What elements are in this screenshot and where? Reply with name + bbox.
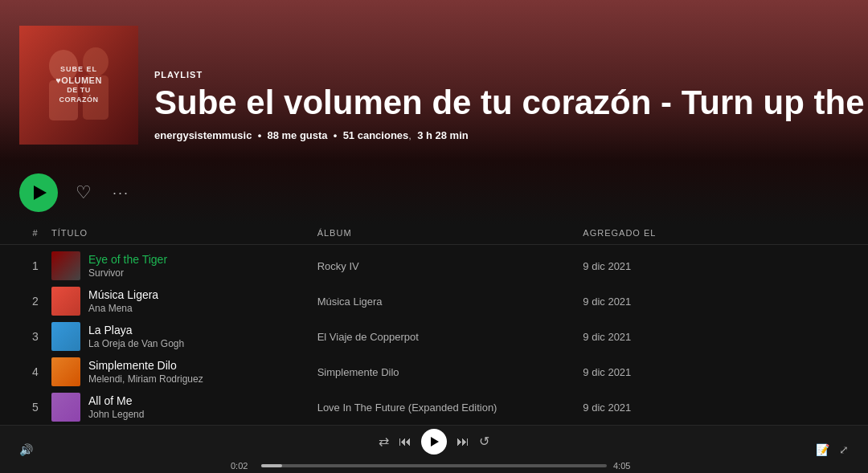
track-title: La Playa <box>88 324 184 336</box>
track-title-area: Eye of the Tiger Survivor <box>51 251 317 280</box>
track-info: Simplemente Dilo Melendi, Miriam Rodrigu… <box>88 359 203 385</box>
track-thumbnail <box>51 357 80 386</box>
track-artist: La Oreja de Van Gogh <box>88 338 184 349</box>
track-album: Simplemente Dilo <box>317 366 583 378</box>
track-date: 9 dic 2021 <box>583 260 849 272</box>
track-info: Música Ligera Ana Mena <box>88 288 158 314</box>
col-title-header: TÍTULO <box>51 228 317 238</box>
track-row[interactable]: 5 All of Me John Legend Love In The Futu… <box>0 389 868 425</box>
track-title-area: Simplemente Dilo Melendi, Miriam Rodrigu… <box>51 357 317 386</box>
play-button[interactable] <box>19 173 58 212</box>
playlist-songs: 51 canciones <box>343 129 409 141</box>
track-number: 3 <box>19 330 51 343</box>
tracklist-header: # TÍTULO ÁLBUM AGREGADO EL <box>0 225 868 245</box>
fullscreen-icon: ⤢ <box>839 443 849 456</box>
playlist-cover: SUBE EL ♥OLUMEN DE TU CORAZÓN <box>19 26 138 145</box>
lyrics-icon: 📝 <box>816 443 829 456</box>
lyrics-button[interactable]: 📝 <box>816 443 829 456</box>
track-info: Eye of the Tiger Survivor <box>88 253 167 279</box>
track-date: 9 dic 2021 <box>583 296 849 308</box>
shuffle-icon: ⇄ <box>379 434 389 449</box>
repeat-button[interactable]: ↺ <box>479 434 489 449</box>
next-button[interactable]: ⏭ <box>457 434 469 449</box>
track-title: Eye of the Tiger <box>88 253 167 266</box>
cover-text: SUBE EL ♥OLUMEN DE TU CORAZÓN <box>55 65 102 104</box>
track-artist: Survivor <box>88 267 167 279</box>
track-thumbnail <box>51 393 80 422</box>
heart-icon: ♡ <box>76 182 92 203</box>
track-info: All of Me John Legend <box>88 394 144 420</box>
track-row[interactable]: 1 Eye of the Tiger Survivor Rocky IV 9 d… <box>0 248 868 283</box>
col-num-header: # <box>19 228 51 238</box>
track-album: Música Ligera <box>317 296 583 308</box>
track-title-area: All of Me John Legend <box>51 393 317 422</box>
track-info: La Playa La Oreja de Van Gogh <box>88 324 184 349</box>
track-date: 9 dic 2021 <box>583 331 849 343</box>
playlist-meta: energysistemmusic • 88 me gusta • 51 can… <box>154 129 868 141</box>
player-controls: ⇄ ⏮ ⏭ ↺ <box>379 429 489 455</box>
track-date: 9 dic 2021 <box>583 402 849 414</box>
playlist-info: PLAYLIST Sube el volumen de tu corazón -… <box>154 70 868 145</box>
play-icon <box>34 186 47 200</box>
track-number: 4 <box>19 365 51 378</box>
speaker-icon: 🔊 <box>19 443 33 456</box>
progress-bar-fill <box>261 464 282 467</box>
playlist-likes: 88 me gusta <box>267 129 327 141</box>
playlist-duration: 3 h 28 min <box>417 129 469 141</box>
col-added-header: AGREGADO EL <box>583 228 849 238</box>
prev-icon: ⏮ <box>399 434 411 449</box>
like-button[interactable]: ♡ <box>71 180 96 206</box>
track-artist: Ana Mena <box>88 303 158 314</box>
total-time: 4:05 <box>613 461 637 471</box>
track-row[interactable]: 4 Simplemente Dilo Melendi, Miriam Rodri… <box>0 354 868 389</box>
track-album: El Viaje de Copperpot <box>317 331 583 343</box>
player-side-icons: 📝 ⤢ <box>816 443 849 456</box>
track-thumbnail <box>51 322 80 351</box>
track-number: 2 <box>19 295 51 308</box>
track-number: 1 <box>19 259 51 272</box>
shuffle-button[interactable]: ⇄ <box>379 434 389 449</box>
ellipsis-icon: ··· <box>113 185 129 201</box>
track-thumbnail <box>51 287 80 316</box>
track-thumbnail <box>51 251 80 280</box>
track-number: 5 <box>19 401 51 414</box>
track-title: Simplemente Dilo <box>88 359 203 372</box>
playlist-type-label: PLAYLIST <box>154 70 868 80</box>
track-title-area: La Playa La Oreja de Van Gogh <box>51 322 317 351</box>
player-side-left: 🔊 <box>19 443 33 456</box>
previous-button[interactable]: ⏮ <box>399 434 411 449</box>
track-artist: John Legend <box>88 409 144 420</box>
track-album: Love In The Future (Expanded Edition) <box>317 402 583 414</box>
track-row[interactable]: 2 Música Ligera Ana Mena Música Ligera 9… <box>0 283 868 319</box>
controls-bar: ♡ ··· <box>0 161 868 225</box>
current-time: 0:02 <box>231 461 255 471</box>
player-center: ⇄ ⏮ ⏭ ↺ 0:02 4:05 <box>231 429 637 471</box>
fullscreen-button[interactable]: ⤢ <box>839 443 849 456</box>
progress-bar[interactable] <box>261 464 607 467</box>
header-area: SUBE EL ♥OLUMEN DE TU CORAZÓN PLAYLIST S… <box>0 0 868 161</box>
more-options-button[interactable]: ··· <box>109 181 133 205</box>
player-play-button[interactable] <box>421 429 447 455</box>
progress-area: 0:02 4:05 <box>231 461 637 471</box>
col-album-header: ÁLBUM <box>317 228 583 238</box>
next-icon: ⏭ <box>457 434 469 449</box>
player-bar: 🔊 ⇄ ⏮ ⏭ ↺ 0:02 4:05 <box>0 425 868 473</box>
track-album: Rocky IV <box>317 260 583 272</box>
track-title: All of Me <box>88 394 144 407</box>
player-play-icon <box>431 437 439 446</box>
playlist-title: Sube el volumen de tu corazón - Turn up … <box>154 84 868 121</box>
track-title-area: Música Ligera Ana Mena <box>51 287 317 316</box>
track-row[interactable]: 3 La Playa La Oreja de Van Gogh El Viaje… <box>0 319 868 354</box>
track-title: Música Ligera <box>88 288 158 301</box>
playlist-author: energysistemmusic <box>154 129 252 141</box>
track-artist: Melendi, Miriam Rodriguez <box>88 373 203 385</box>
repeat-icon: ↺ <box>479 434 489 449</box>
speaker-icon-button[interactable]: 🔊 <box>19 443 33 456</box>
track-date: 9 dic 2021 <box>583 366 849 378</box>
